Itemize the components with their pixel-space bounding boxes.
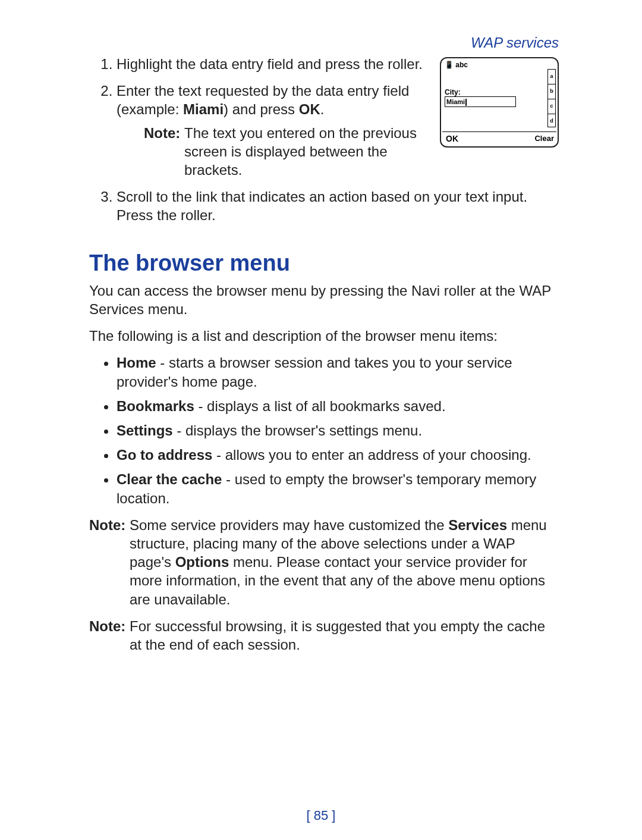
- note-label: Note:: [89, 617, 130, 654]
- note-text: For successful browsing, it is suggested…: [130, 617, 559, 654]
- section-header: WAP services: [471, 35, 559, 51]
- menu-item-settings: Settings - displays the browser's settin…: [117, 421, 559, 440]
- scroll-char: d: [548, 114, 555, 128]
- char-scroll-bar: a b c d: [547, 69, 556, 127]
- phone-screen: 📱 abc City: Miami a b c d OK Clear: [440, 57, 559, 148]
- step-note: Note: The text you entered on the previo…: [144, 124, 428, 180]
- scroll-char: c: [548, 99, 555, 114]
- menu-item-bookmarks: Bookmarks - displays a list of all bookm…: [117, 397, 559, 415]
- menu-items-list: Home - starts a browser session and take…: [89, 353, 559, 507]
- input-mode-indicator: 📱 abc: [445, 61, 468, 70]
- section-title: The browser menu: [89, 249, 559, 278]
- softkey-left: OK: [446, 133, 458, 144]
- menu-item-go-to-address: Go to address - allows you to enter an a…: [117, 446, 559, 464]
- phone-screenshot-figure: 📱 abc City: Miami a b c d OK Clear: [440, 57, 559, 148]
- intro-paragraph-1: You can access the browser menu by press…: [89, 281, 559, 318]
- note-text: Some service providers may have customiz…: [130, 516, 559, 609]
- page-number: [ 85 ]: [0, 808, 642, 823]
- note-label: Note:: [144, 124, 184, 180]
- intro-paragraph-2: The following is a list and description …: [89, 327, 559, 345]
- menu-item-home: Home - starts a browser session and take…: [117, 353, 559, 390]
- note-text: The text you entered on the previous scr…: [184, 124, 428, 180]
- note-label: Note:: [89, 516, 130, 609]
- scroll-char: a: [548, 70, 555, 84]
- softkey-divider: [442, 131, 556, 132]
- footer-note-2: Note: For successful browsing, it is sug…: [89, 617, 559, 654]
- text-entry-field: Miami: [445, 96, 516, 107]
- footer-note-1: Note: Some service providers may have cu…: [89, 516, 559, 609]
- step-3: Scroll to the link that indicates an act…: [117, 187, 559, 224]
- manual-page: WAP services 📱 abc City: Miami a b c d O…: [0, 0, 642, 840]
- page-content: 📱 abc City: Miami a b c d OK Clear Highl…: [89, 55, 559, 654]
- scroll-char: b: [548, 84, 555, 99]
- softkey-right: Clear: [534, 134, 554, 144]
- menu-item-clear-cache: Clear the cache - used to empty the brow…: [117, 470, 559, 507]
